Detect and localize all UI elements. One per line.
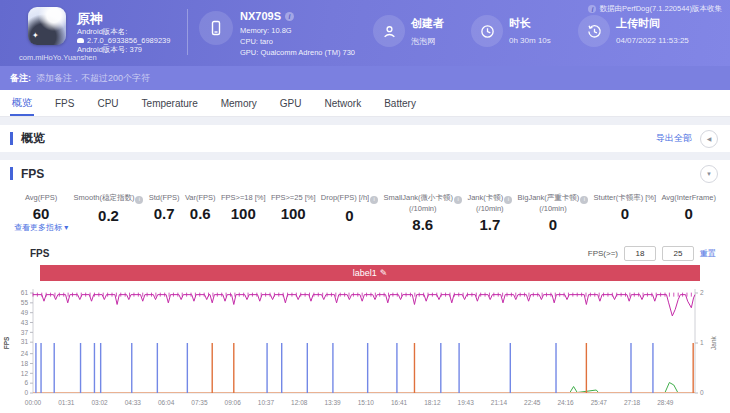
edit-pencil-icon[interactable]: ✎ (380, 268, 388, 278)
device-meta: Memory: 10.8G CPU: taro GPU: Qualcomm Ad… (240, 25, 355, 58)
stat-col: FPS>=25 [%]100 (271, 193, 316, 233)
stat-value: 100 (271, 205, 316, 222)
creator-label: 创建者 (411, 16, 444, 31)
svg-text:12:08: 12:08 (291, 399, 308, 406)
stat-info-icon[interactable]: i (504, 196, 512, 204)
stat-col: Stutter(卡顿率) [%]0 (594, 193, 657, 233)
stat-col: Std(FPS)0.7 (149, 193, 180, 233)
creator-value: 泡泡网 (411, 36, 444, 47)
section-accent-bar (10, 132, 13, 145)
svg-text:25:47: 25:47 (591, 399, 608, 406)
overview-card: 概览 导出全部 ◀ (0, 125, 730, 152)
stat-info-icon[interactable]: i (580, 196, 588, 204)
fps-stats-row: Avg(FPS)60查看更多指标 ▾Smooth(稳定指数)i0.2Std(FP… (0, 187, 730, 233)
stat-value: 100 (221, 205, 266, 222)
upload-value: 04/07/2022 11:53:25 (616, 36, 689, 45)
upload-block: 上传时间 04/07/2022 11:53:25 (616, 16, 689, 45)
svg-text:43: 43 (21, 319, 29, 326)
fps-threshold-high-input[interactable] (662, 246, 694, 261)
tab-network[interactable]: Network (323, 90, 364, 116)
tab-gpu[interactable]: GPU (278, 90, 304, 116)
stat-info-icon[interactable]: i (370, 196, 378, 204)
collect-note: i 数据由PerfDog(7.1.220544)版本收集 (588, 4, 722, 14)
device-gpu: GPU: Qualcomm Adreno (TM) 730 (240, 47, 355, 58)
duration-value: 0h 30m 10s (509, 36, 551, 45)
stat-col: Avg(FPS)60查看更多指标 ▾ (14, 193, 68, 233)
stat-label: BigJank(严重卡顿)i(/10min) (518, 193, 589, 213)
stat-label: Drop(FPS) [/h]i (321, 193, 378, 204)
android-icon (77, 38, 84, 43)
chart-subhead: FPS FPS(>=) 重置 (30, 244, 716, 262)
svg-text:Jank: Jank (710, 335, 717, 349)
svg-text:10:37: 10:37 (258, 399, 275, 406)
tab-概览[interactable]: 概览 (10, 90, 34, 116)
device-cpu: CPU: taro (240, 36, 355, 47)
collapse-down-button[interactable]: ▼ (700, 165, 718, 183)
note-input-placeholder[interactable]: 添加备注，不超过200个字符 (36, 72, 150, 85)
overview-title: 概览 (21, 130, 45, 147)
stat-label: Std(FPS) (149, 193, 180, 202)
clock-icon (480, 24, 495, 39)
stat-info-icon[interactable]: i (135, 196, 143, 204)
svg-text:00:00: 00:00 (25, 399, 42, 406)
stat-value: 0 (594, 205, 657, 222)
stat-value: 0.7 (149, 205, 180, 222)
svg-text:03:02: 03:02 (91, 399, 108, 406)
device-memory: Memory: 10.8G (240, 25, 355, 36)
stat-label: Jank(卡顿)i(/10min) (467, 193, 512, 213)
note-bar[interactable]: 备注: 添加备注，不超过200个字符 (0, 66, 730, 90)
svg-text:07:35: 07:35 (191, 399, 208, 406)
creator-block: 创建者 泡泡网 (411, 16, 444, 47)
tab-battery[interactable]: Battery (382, 90, 418, 116)
chart-controls: FPS(>=) 重置 (588, 246, 716, 261)
stat-col: Drop(FPS) [/h]i0 (321, 193, 378, 233)
svg-text:18: 18 (21, 360, 29, 367)
annotation-label-bar[interactable]: label1 ✎ (40, 265, 700, 281)
duration-label: 时长 (509, 16, 551, 31)
svg-text:19:43: 19:43 (458, 399, 475, 406)
fps-chart[interactable]: 0612182431374349556101200:0001:3103:0204… (0, 283, 730, 413)
stat-value: 0 (321, 207, 378, 224)
stat-col: SmallJank(微小卡顿)i(/10min)8.6 (384, 193, 463, 233)
more-metrics-link[interactable]: 查看更多指标 ▾ (14, 222, 68, 233)
svg-text:0: 0 (700, 389, 704, 396)
tab-cpu[interactable]: CPU (95, 90, 120, 116)
export-all-link[interactable]: 导出全部 (656, 132, 692, 145)
collapse-left-button[interactable]: ◀ (700, 130, 718, 148)
game-app-icon: ✦ (28, 7, 66, 45)
svg-text:28:49: 28:49 (657, 399, 674, 406)
duration-block: 时长 0h 30m 10s (509, 16, 551, 45)
header: ✦ 原神 Android版本名: 2.7.0_6933856_6989239 A… (0, 0, 730, 66)
stat-label: FPS>=18 [%] (221, 193, 266, 202)
stat-label: Var(FPS) (185, 193, 216, 202)
svg-text:21:14: 21:14 (491, 399, 508, 406)
stat-col: Smooth(稳定指数)i0.2 (74, 193, 144, 233)
overview-card-head: 概览 导出全部 ◀ (0, 125, 730, 152)
svg-text:13:39: 13:39 (324, 399, 341, 406)
stat-label: FPS>=25 [%] (271, 193, 316, 202)
stat-label: Smooth(稳定指数)i (74, 193, 144, 204)
stat-col: Avg(InterFrame)0 (661, 193, 715, 233)
stat-info-icon[interactable]: i (454, 196, 462, 204)
tab-memory[interactable]: Memory (219, 90, 259, 116)
tab-temperature[interactable]: Temperature (140, 90, 200, 116)
annotation-label-text: label1 (353, 268, 377, 278)
stat-label: Stutter(卡顿率) [%] (594, 193, 657, 202)
svg-text:31: 31 (21, 338, 29, 345)
svg-text:49: 49 (21, 309, 29, 316)
stat-value: 0.6 (185, 205, 216, 222)
device-model: NX709S i (240, 10, 294, 22)
stat-value: 0 (518, 216, 589, 233)
svg-text:61: 61 (21, 289, 29, 296)
creator-icon-circle (373, 15, 405, 47)
phone-icon (208, 20, 224, 36)
game-meta: Android版本名: 2.7.0_6933856_6989239 Androi… (77, 27, 170, 54)
fps-threshold-low-input[interactable] (624, 246, 656, 261)
device-info-icon[interactable]: i (285, 12, 294, 21)
svg-text:24:16: 24:16 (557, 399, 574, 406)
reset-link[interactable]: 重置 (700, 248, 716, 259)
fps-section-title: FPS (21, 167, 44, 181)
stat-label: Avg(FPS) (14, 193, 68, 202)
note-label: 备注: (10, 72, 31, 85)
tab-fps[interactable]: FPS (53, 90, 76, 116)
